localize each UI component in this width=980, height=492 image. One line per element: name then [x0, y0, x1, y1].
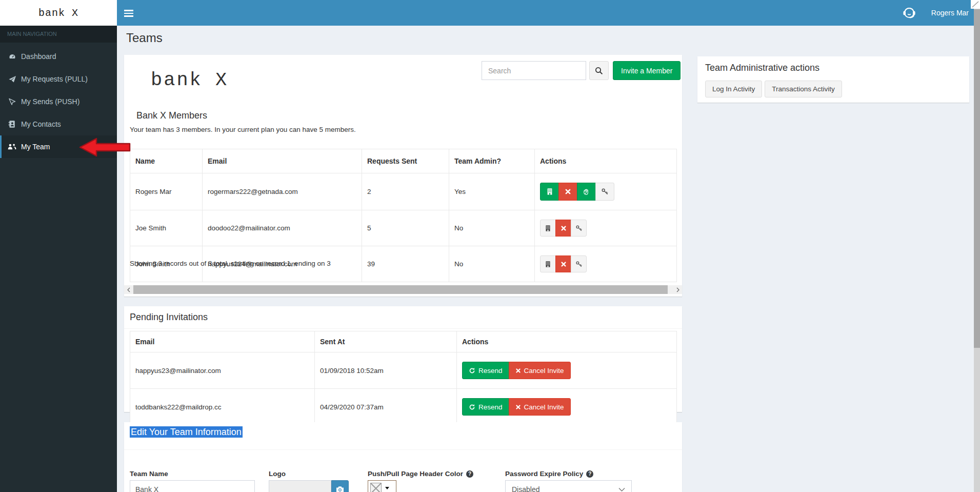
empty-color-swatch-icon: [370, 483, 382, 492]
search-button[interactable]: [589, 61, 609, 80]
member-team-admin: No: [449, 210, 535, 246]
member-name: Rogers Mar: [130, 173, 203, 210]
top-navbar: Rogers Mar: [117, 0, 980, 26]
building-icon: [545, 225, 551, 232]
member-team-admin: Yes: [449, 173, 535, 210]
divider: [124, 449, 682, 450]
sidebar-item-my-contacts[interactable]: My Contacts: [0, 113, 117, 135]
building-button[interactable]: [540, 220, 556, 237]
invite-actions: Resend Cancel Invite: [457, 389, 677, 425]
user-menu[interactable]: Rogers Mar: [931, 9, 969, 17]
hand-button[interactable]: [577, 183, 596, 201]
refresh-icon: [469, 367, 475, 374]
building-button[interactable]: [540, 183, 559, 201]
member-row: Joe Smith doodoo22@mailinator.com 5 No: [130, 210, 677, 246]
sidebar-item-dashboard[interactable]: Dashboard: [0, 45, 117, 68]
upload-logo-button[interactable]: [331, 480, 349, 492]
header-color-picker[interactable]: [368, 480, 396, 492]
admin-actions-heading: Team Administrative actions: [705, 63, 819, 73]
pending-heading: Pending Invitations: [130, 312, 208, 323]
sidebar-item-my-sends[interactable]: My Sends (PUSH): [0, 90, 117, 113]
members-heading: Bank X Members: [136, 110, 207, 121]
login-activity-button[interactable]: Log In Activity: [705, 81, 762, 97]
app-logo[interactable]: bank X: [0, 0, 117, 26]
hand-icon: [583, 188, 590, 195]
transactions-activity-button[interactable]: Transactions Activity: [765, 81, 842, 97]
key-icon: [575, 261, 583, 268]
address-book-icon: [8, 120, 16, 128]
column-header-team-admin: Team Admin?: [449, 149, 535, 173]
cancel-invite-button[interactable]: Cancel Invite: [509, 362, 571, 379]
cursor-arrow-icon: [8, 97, 16, 106]
help-icon[interactable]: ?: [586, 470, 593, 478]
scroll-right-arrow[interactable]: [673, 285, 682, 294]
resend-invite-button[interactable]: Resend: [462, 362, 509, 379]
users-icon: [8, 143, 16, 151]
app-logo-text: bank X: [38, 7, 78, 19]
logo-upload-group: [269, 480, 349, 492]
sidebar-item-label: My Sends (PUSH): [21, 97, 79, 106]
remove-member-button[interactable]: [555, 220, 571, 237]
sidebar-toggle-button[interactable]: [124, 8, 137, 19]
remove-member-button[interactable]: [555, 255, 571, 272]
window-vertical-scrollbar[interactable]: [974, 0, 980, 492]
camera-icon: [336, 486, 344, 492]
key-button[interactable]: [595, 183, 614, 201]
edit-team-heading: Edit Your Team Information: [130, 427, 243, 438]
cancel-x-icon: [515, 368, 521, 373]
scroll-left-arrow[interactable]: [124, 285, 133, 294]
resend-invite-button[interactable]: Resend: [462, 398, 509, 416]
window-corner-artifact: [971, 0, 980, 9]
cancel-invite-button[interactable]: Cancel Invite: [509, 398, 571, 416]
member-team-admin: No: [449, 246, 535, 282]
vertical-scrollbar-thumb[interactable]: [974, 9, 980, 348]
invite-email: happyus23@mailinator.com: [130, 352, 315, 389]
sidebar-item-my-requests[interactable]: My Requests (PULL): [0, 68, 117, 90]
invite-sent-at: 01/09/2018 10:52am: [315, 352, 457, 389]
column-header-requests-sent: Requests Sent: [362, 149, 449, 173]
app-window: Rogers Mar bank X MAIN NAVIGATION Dashbo…: [0, 0, 980, 492]
remove-member-button[interactable]: [558, 183, 577, 201]
password-policy-select[interactable]: Disabled: [505, 480, 632, 492]
team-logo-image: bank X: [151, 69, 228, 91]
invite-email: toddbanks222@maildrop.cc: [130, 389, 315, 425]
team-name-label: Team Name: [130, 470, 168, 478]
member-actions: [535, 246, 677, 282]
key-button[interactable]: [571, 255, 587, 272]
logo-file-field[interactable]: [269, 480, 331, 492]
support-headset-icon[interactable]: [902, 6, 917, 19]
edit-team-card: Edit Your Team Information Team Name Log…: [124, 422, 682, 492]
member-name: Joe Smith: [130, 210, 203, 246]
search-input[interactable]: [482, 61, 586, 80]
refresh-icon: [469, 404, 475, 410]
password-policy-label: Password Expire Policy ?: [505, 470, 593, 478]
members-subheading: Your team has 3 members. In your current…: [130, 126, 356, 133]
member-requests-sent: 39: [362, 246, 449, 282]
header-color-label: Push/Pull Page Header Color ?: [368, 470, 473, 478]
remove-x-icon: [561, 225, 567, 231]
invite-member-button[interactable]: Invite a Member: [613, 61, 681, 80]
selected-text: Edit Your Team Information: [130, 426, 243, 438]
member-row: Rogers Mar rogermars222@getnada.com 2 Ye…: [130, 173, 677, 210]
horizontal-scrollbar[interactable]: [124, 285, 682, 294]
divider: [124, 328, 682, 329]
remove-x-icon: [565, 188, 571, 195]
sidebar-section-label: MAIN NAVIGATION: [0, 26, 117, 43]
pending-invite-row: happyus23@mailinator.com 01/09/2018 10:5…: [130, 352, 677, 389]
pending-invitations-table: Email Sent At Actions happyus23@mailinat…: [130, 331, 677, 425]
column-header-actions: Actions: [457, 331, 677, 352]
chevron-down-icon: [618, 487, 625, 492]
pending-invite-row: toddbanks222@maildrop.cc 04/29/2020 07:3…: [130, 389, 677, 425]
member-requests-sent: 2: [362, 173, 449, 210]
sidebar-item-label: Dashboard: [21, 52, 56, 61]
team-name-input[interactable]: [130, 480, 255, 492]
scrollbar-thumb[interactable]: [133, 285, 668, 294]
building-icon: [545, 261, 551, 268]
help-icon[interactable]: ?: [466, 470, 473, 478]
search-icon: [595, 67, 603, 75]
key-button[interactable]: [571, 220, 587, 237]
cancel-x-icon: [515, 404, 521, 410]
building-button[interactable]: [540, 255, 556, 272]
column-header-email: Email: [130, 331, 315, 352]
sidebar-item-label: My Team: [21, 143, 50, 151]
